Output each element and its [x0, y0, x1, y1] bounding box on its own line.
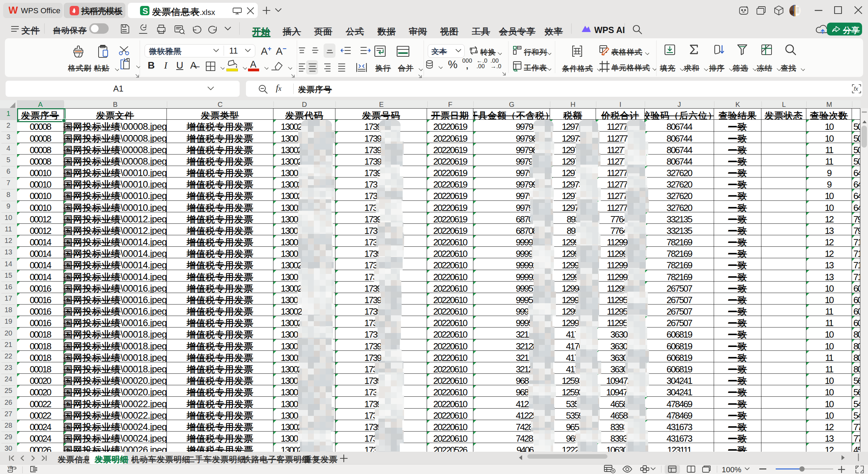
- svg-text:fx: fx: [854, 86, 858, 92]
- svg-text:VB: VB: [8, 466, 13, 469]
- svg-text:W: W: [9, 6, 18, 15]
